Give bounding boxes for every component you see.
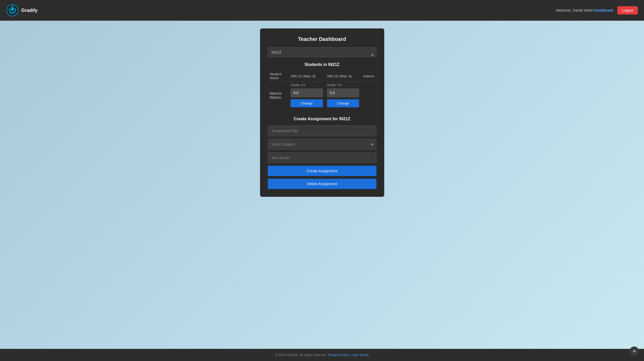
welcome-message: Welcome, Daniel Wüst! Dashboard [556,8,613,12]
brand: Gradify [6,4,38,17]
abu02-grade-input[interactable] [327,88,359,97]
footer-text: © 2024 Gradify. All rights reserved. Pri… [6,353,638,357]
abu01-change-button[interactable]: Change [291,99,323,107]
abu01-grade-cell: Grade: 6.0 Change [288,82,325,109]
subject-dropdown[interactable]: Select Subject [268,139,376,150]
table-row: Marcos Ribeiro Grade: 6.0 Change Grade: … [268,82,376,109]
user-guide-link[interactable]: User Guide [352,353,369,357]
students-table: Student Name ABU 01 (Max: 6) ABU 02 (Max… [268,71,376,109]
class-select-wrapper: IN21Z IN22Z IN23Z [268,47,376,62]
navbar-right: Welcome, Daniel Wüst! Dashboard Logout [556,6,638,14]
col-abu01: ABU 01 (Max: 6) [288,71,325,82]
privacy-policy-link[interactable]: Privacy Policy [328,353,349,357]
logout-button[interactable]: Logout [617,6,638,14]
class-dropdown[interactable]: IN21Z IN22Z IN23Z [268,47,376,57]
assignment-section-title: Create Assignment for IN21Z [268,114,376,121]
delete-assignment-button[interactable]: Delete Assignment [268,179,376,189]
abu01-grade-label: Grade: 6.0 [291,83,323,87]
snowflake-button[interactable]: ❄ [630,347,639,356]
gradify-logo-icon [6,4,19,17]
main-content: Teacher Dashboard IN21Z IN22Z IN23Z Stud… [0,21,644,349]
dashboard-title: Teacher Dashboard [268,36,376,42]
actions-cell [361,82,376,109]
abu02-grade-label: Grade: 5.0 [327,83,359,87]
subject-select-wrapper: Select Subject [268,139,376,150]
col-student-name: Student Name [268,71,289,82]
max-grade-input[interactable] [268,152,376,163]
svg-rect-3 [11,8,13,10]
dashboard-card: Teacher Dashboard IN21Z IN22Z IN23Z Stud… [260,28,384,197]
col-actions: Actions [361,71,376,82]
create-assignment-button[interactable]: Create Assignment [268,166,376,176]
student-name: Marcos Ribeiro [268,82,289,109]
abu02-change-button[interactable]: Change [327,99,359,107]
col-abu02: ABU 02 (Max: 6) [325,71,361,82]
navbar: Gradify Welcome, Daniel Wüst! Dashboard … [0,0,644,21]
abu02-grade-cell: Grade: 5.0 Change [325,82,361,109]
footer: © 2024 Gradify. All rights reserved. Pri… [0,349,644,361]
brand-name: Gradify [21,8,38,13]
students-section-title: Students in IN21Z [268,62,376,67]
abu01-grade-input[interactable] [291,88,323,97]
dashboard-link[interactable]: Dashboard [594,8,613,12]
assignment-title-input[interactable] [268,125,376,136]
